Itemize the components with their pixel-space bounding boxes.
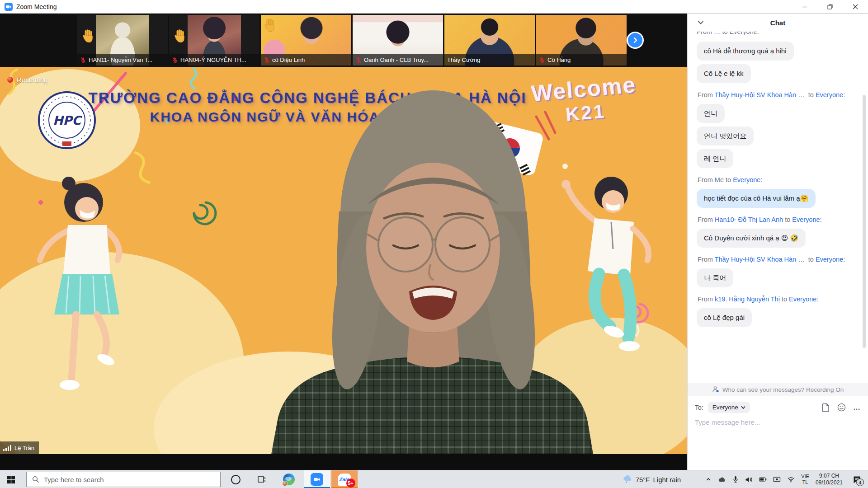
onedrive-tray-icon[interactable]	[718, 476, 726, 483]
recording-label: Recording	[17, 76, 47, 84]
participant-tile[interactable]: Thầy Cường	[444, 15, 535, 66]
more-options-button[interactable]: …	[853, 404, 861, 412]
language-indicator[interactable]: VIE TL	[801, 474, 809, 485]
restore-button[interactable]	[817, 0, 843, 14]
edge-profile-avatar	[282, 481, 288, 486]
emoji-icon[interactable]	[837, 403, 846, 412]
chat-bubble: 레 언니	[697, 149, 733, 168]
chat-bubble-own: học tiết đọc của cô Hà vui lắm ạ🤗	[697, 189, 816, 208]
screen: Zoom Meeting	[0, 0, 868, 488]
recipient-link[interactable]: Everyone:	[792, 216, 821, 223]
recipient-link[interactable]: Everyone:	[816, 91, 845, 99]
chat-bubble: cô Lệ đẹp gái	[697, 308, 752, 327]
participant-name: Cô Hằng	[547, 56, 571, 63]
edge-button[interactable]	[278, 470, 299, 488]
participant-name: HAN04-Ý NGUYỄN TH...	[180, 56, 246, 63]
search-input[interactable]	[44, 476, 220, 483]
banner-line2: KHOA NGÔN NGỮ VÀ VĂN HÓA HÀN QUỐC	[54, 109, 561, 125]
zalo-taskbar-button[interactable]: Zalo 5+	[331, 470, 358, 488]
task-view-icon	[257, 475, 266, 483]
recipient-link[interactable]: Everyone:	[733, 176, 762, 183]
start-button[interactable]	[0, 470, 22, 488]
battery-tray-icon[interactable]	[759, 477, 767, 482]
recording-dot-icon	[7, 77, 13, 83]
sender-link[interactable]: Thầy Huy-Hội SV Khoa Hàn …	[715, 256, 805, 263]
to-label: To:	[695, 404, 703, 411]
chat-header: Chat	[688, 14, 868, 32]
windows-logo-icon	[7, 476, 15, 483]
chat-bubble: 나 죽어	[697, 268, 733, 287]
participant-tile[interactable]: HAN11- Nguyễn Văn T...	[77, 15, 168, 66]
participant-label: cô Diệu Linh	[261, 54, 351, 66]
chat-bubble: Cô Lệ e lệ kk	[697, 64, 751, 83]
volume-tray-icon[interactable]	[745, 476, 753, 483]
participant-tile[interactable]: cô Diệu Linh	[261, 15, 351, 66]
zoom-taskbar-button[interactable]	[304, 470, 330, 488]
taskbar-clock[interactable]: 9:07 CH 09/10/2021	[816, 473, 843, 486]
minimize-button[interactable]	[792, 0, 817, 14]
chat-bubble: cô Hà dễ thương quá ạ hihi	[697, 42, 794, 61]
speaker-icon	[745, 476, 753, 483]
chat-bubble: 언니 멋있어요	[697, 127, 754, 145]
taskbar-search[interactable]	[26, 472, 221, 487]
participant-tile[interactable]: Oanh Oanh - CLB Truy...	[353, 15, 443, 66]
microphone-tray-icon[interactable]	[732, 476, 739, 483]
participant-label: Thầy Cường	[444, 54, 535, 66]
cast-tray-icon[interactable]	[773, 476, 781, 483]
collapse-chevron-icon[interactable]	[698, 19, 704, 26]
audio-level-icon	[3, 445, 11, 451]
chat-scrollbar[interactable]	[863, 95, 866, 348]
video-letterbox	[0, 454, 687, 470]
taskbar: Zalo 5+ 75°F Light rain	[0, 470, 868, 488]
participant-tile[interactable]: HAN04-Ý NGUYỄN TH...	[169, 15, 259, 66]
cortana-icon	[231, 475, 241, 484]
hidden-icons-button[interactable]	[705, 476, 712, 483]
participant-label: Cô Hằng	[536, 54, 627, 66]
weather-temp: 75°F	[636, 476, 650, 483]
weather-desc: Light rain	[653, 476, 681, 483]
recipient-dropdown[interactable]: Everyone	[708, 402, 750, 413]
weather-widget[interactable]: 75°F Light rain	[623, 475, 681, 483]
chat-message-header: From Me to Everyone:	[698, 176, 854, 183]
chat-panel: Chat From … to Everyone: cô Hà dễ thương…	[687, 14, 868, 470]
sender-link[interactable]: k19. Hằng Nguyễn Thị	[715, 296, 780, 303]
zalo-badge: 5+	[346, 479, 355, 488]
close-button[interactable]	[843, 0, 868, 14]
banner-line1: TRƯỜNG CAO ĐẲNG CÔNG NGHỆ BÁCH KHOA HÀ N…	[54, 89, 561, 107]
chat-message-list[interactable]: From … to Everyone: cô Hà dễ thương quá …	[688, 32, 868, 383]
raised-hand-icon	[83, 29, 94, 43]
raised-hand-icon	[264, 19, 276, 32]
sender-link[interactable]: Thầy Huy-Hội SV Khoa Hàn …	[715, 91, 805, 99]
chat-message-header: From Han10- Đỗ Thị Lan Anh to Everyone:	[698, 216, 854, 223]
zalo-icon: Zalo 5+	[338, 474, 351, 486]
mic-muted-icon	[355, 57, 362, 63]
chat-compose: To: Everyone …	[688, 396, 868, 470]
chevron-up-icon	[705, 476, 712, 483]
search-icon	[32, 476, 39, 483]
chat-title: Chat	[688, 19, 868, 27]
weather-rain-icon	[623, 475, 632, 483]
network-tray-icon[interactable]	[787, 476, 795, 483]
main-video: HPC	[0, 67, 687, 454]
next-participants-button[interactable]	[627, 32, 644, 49]
recipient-link[interactable]: Everyone:	[816, 256, 845, 263]
chat-privacy-notice: Who can see your messages? Recording On	[688, 383, 868, 396]
file-attach-icon[interactable]	[822, 403, 830, 412]
chat-input[interactable]	[695, 418, 861, 426]
privacy-person-icon	[712, 386, 719, 393]
cortana-button[interactable]	[225, 470, 246, 488]
recipient-link[interactable]: Everyone:	[789, 296, 818, 303]
participant-label: HAN04-Ý NGUYỄN TH...	[169, 54, 259, 66]
participant-name: Thầy Cường	[447, 56, 481, 63]
background-illustration: HPC	[0, 67, 687, 454]
sender-link[interactable]: Han10- Đỗ Thị Lan Anh	[715, 216, 783, 223]
presenter-nametag: Lệ Trần	[0, 441, 39, 454]
recording-indicator: Recording	[7, 76, 47, 84]
participant-tile[interactable]: Cô Hằng	[536, 15, 627, 66]
mic-muted-icon	[172, 57, 178, 63]
task-view-button[interactable]	[251, 470, 272, 488]
participant-label: HAN11- Nguyễn Văn T...	[77, 54, 168, 66]
action-center-button[interactable]: 4	[849, 470, 864, 488]
chat-bubble: Cô Duyên cười xinh qá ạ 😍 🤣	[697, 229, 806, 248]
mic-icon	[732, 476, 739, 483]
